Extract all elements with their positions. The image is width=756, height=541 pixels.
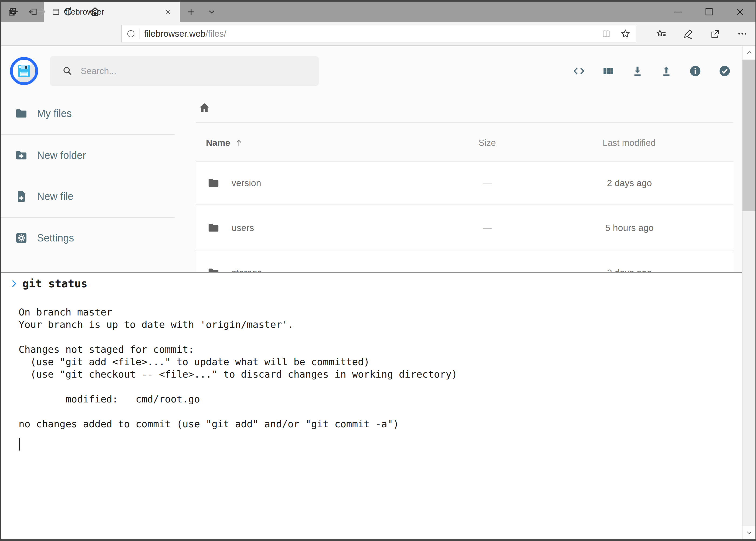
page-scrollbar[interactable]	[742, 46, 756, 539]
url-text: filebrowser.web/files/	[144, 29, 226, 39]
url-path: /files/	[205, 29, 226, 39]
file-row-users[interactable]: users — 5 hours ago	[196, 206, 733, 249]
tab-dropdown-button[interactable]	[202, 2, 221, 22]
file-name: users	[232, 223, 254, 233]
column-header-name[interactable]: Name	[196, 138, 449, 148]
terminal-prompt-line: git status	[10, 276, 88, 290]
sidebar-item-new-file[interactable]: New file	[1, 180, 175, 213]
forward-button[interactable]	[31, 1, 51, 22]
breadcrumb-home-button[interactable]	[195, 98, 214, 117]
maximize-button[interactable]	[697, 2, 721, 22]
file-row-version[interactable]: version — 2 days ago	[196, 161, 733, 205]
refresh-button[interactable]	[58, 1, 78, 22]
new-tab-icon	[186, 7, 196, 16]
file-modified: 5 hours ago	[525, 223, 734, 233]
home-nav-icon	[90, 6, 101, 17]
folder-icon	[15, 107, 28, 120]
hub-icon	[656, 28, 667, 39]
sidebar-label: New folder	[37, 150, 86, 161]
code-icon	[573, 65, 585, 77]
terminal-command: git status	[22, 277, 88, 290]
annotate-pen-icon	[683, 28, 694, 39]
sidebar-label: My files	[37, 108, 72, 119]
window-border-top	[0, 0, 756, 2]
minimize-button[interactable]	[665, 2, 690, 22]
check-circle-icon	[718, 65, 731, 77]
sidebar-divider	[1, 134, 175, 135]
select-check-button[interactable]	[714, 61, 735, 81]
tab-close-icon	[164, 8, 171, 15]
share-button[interactable]	[705, 23, 725, 44]
share-icon	[710, 28, 721, 39]
page-content: My files New folder New file	[1, 46, 756, 539]
annotate-pen-button[interactable]	[678, 23, 698, 44]
upload-icon	[660, 65, 672, 77]
floppy-logo-icon	[16, 63, 32, 79]
column-name-label: Name	[206, 138, 230, 148]
refresh-icon	[63, 6, 74, 17]
more-icon	[737, 28, 748, 39]
window-border-left	[0, 0, 1, 541]
site-info-icon[interactable]	[126, 29, 135, 38]
grid-view-icon	[602, 65, 615, 77]
search-box[interactable]	[50, 56, 319, 86]
file-size: —	[450, 178, 525, 188]
file-plus-icon	[15, 190, 28, 203]
maximize-icon	[705, 8, 712, 15]
prompt-chevron-icon	[10, 279, 18, 288]
sidebar-divider	[1, 217, 175, 218]
terminal-output: On branch master Your branch is up to da…	[19, 293, 457, 430]
scroll-up-icon	[746, 49, 753, 56]
listing-divider	[196, 122, 733, 123]
breadcrumb-home-icon	[198, 102, 210, 114]
window-close-button[interactable]	[727, 2, 753, 22]
search-input[interactable]	[80, 66, 297, 76]
column-header-size[interactable]: Size	[449, 138, 525, 148]
favorite-star-icon[interactable]	[620, 29, 630, 39]
url-host: filebrowser.web	[144, 29, 205, 39]
grid-view-button[interactable]	[598, 61, 619, 81]
back-button[interactable]	[4, 1, 25, 22]
minimize-icon	[674, 12, 682, 12]
settings-more-button[interactable]	[732, 23, 752, 44]
sidebar-item-my-files[interactable]: My files	[1, 97, 175, 130]
sidebar-item-settings[interactable]: Settings	[1, 222, 175, 254]
sidebar-item-new-folder[interactable]: New folder	[1, 139, 175, 172]
file-modified: 2 days ago	[525, 178, 734, 188]
url-bar[interactable]: filebrowser.web/files/	[122, 25, 636, 42]
listing-header: Name Size Last modified	[196, 135, 733, 151]
scrollbar-thumb[interactable]	[742, 60, 756, 211]
tab-strip: filebrowser	[0, 2, 756, 22]
favorites-hub-button[interactable]	[651, 23, 671, 44]
folder-plus-icon	[15, 149, 28, 162]
file-name: version	[232, 178, 261, 188]
folder-icon	[207, 222, 220, 234]
new-tab-button[interactable]	[181, 2, 201, 22]
terminal-cursor	[19, 438, 20, 450]
upload-button[interactable]	[656, 61, 677, 81]
download-icon	[631, 65, 644, 77]
sort-asc-icon	[235, 139, 243, 147]
back-icon	[9, 6, 20, 17]
raw-code-button[interactable]	[569, 61, 589, 81]
scroll-down-button[interactable]	[742, 526, 756, 539]
reading-view-icon[interactable]	[601, 29, 611, 39]
file-size: —	[450, 223, 525, 233]
app-logo[interactable]	[10, 57, 38, 85]
scroll-up-button[interactable]	[742, 46, 756, 59]
home-button[interactable]	[85, 1, 105, 22]
search-icon	[62, 66, 73, 76]
folder-icon	[207, 177, 220, 189]
info-button[interactable]	[685, 61, 705, 81]
scroll-down-icon	[746, 529, 753, 536]
forward-icon	[36, 6, 46, 17]
window-close-icon	[736, 8, 744, 16]
sidebar-label: Settings	[37, 232, 74, 244]
info-icon	[689, 65, 701, 77]
tab-close-button[interactable]	[162, 6, 174, 18]
settings-gear-icon	[15, 232, 28, 245]
terminal-panel[interactable]: git status On branch master Your branch …	[1, 272, 742, 539]
url-separator	[139, 29, 140, 39]
column-header-modified[interactable]: Last modified	[525, 138, 733, 148]
download-button[interactable]	[627, 61, 648, 81]
